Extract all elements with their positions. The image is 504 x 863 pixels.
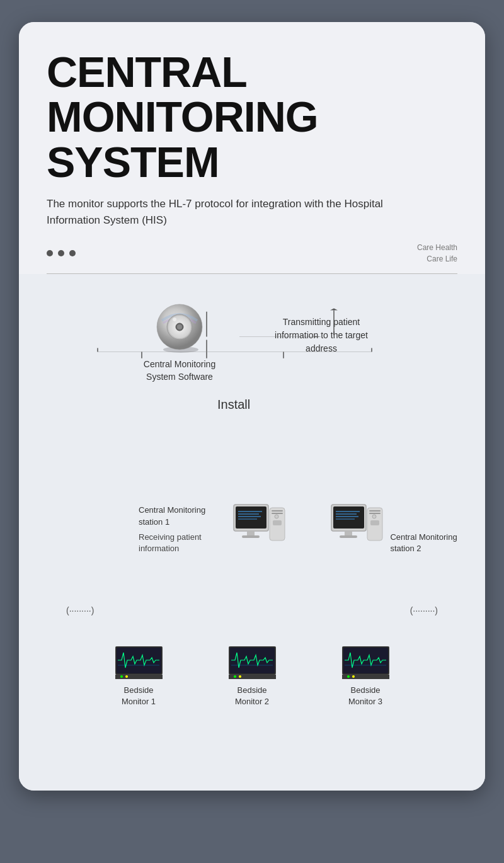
header-section: CENTRAL MONITORING SYSTEM The monitor su… — [19, 22, 485, 273]
svg-rect-38 — [345, 531, 352, 536]
computer-icon-1 — [231, 501, 287, 552]
main-title: CENTRAL MONITORING SYSTEM — [47, 50, 457, 185]
monitor3-label: BedsideMonitor 3 — [348, 685, 382, 707]
install-label: Install — [217, 397, 250, 412]
bedside-monitor-icon-3 — [342, 646, 389, 681]
computer-icon-2 — [328, 501, 385, 552]
svg-rect-41 — [369, 510, 381, 512]
bedside-monitor-icon-1 — [115, 646, 163, 681]
transmit-block: Transmitting patient information to the … — [268, 303, 375, 355]
svg-point-61 — [347, 675, 350, 678]
computer-station2 — [328, 501, 385, 554]
svg-point-62 — [352, 675, 355, 678]
dot-2 — [58, 250, 64, 256]
dotted-right: (·········) — [410, 605, 438, 615]
top-row: Central Monitoring System Software Trans… — [32, 297, 472, 383]
monitor2-label: BedsideMonitor 2 — [235, 685, 269, 707]
dot-3 — [69, 250, 76, 256]
branding-line2: Care Life — [417, 253, 457, 265]
branding: Care Health Care Life — [417, 242, 457, 265]
svg-rect-42 — [369, 513, 381, 514]
station2-label: Central Monitoring station 2 — [390, 532, 472, 554]
dotted-left: (·········) — [66, 605, 94, 615]
main-card: CENTRAL MONITORING SYSTEM The monitor su… — [19, 22, 485, 791]
bedside-monitor-icon-2 — [229, 646, 276, 681]
transmit-label: Transmitting patient information to the … — [268, 316, 375, 355]
cd-icon — [154, 303, 205, 353]
svg-point-5 — [177, 324, 182, 329]
station1-info: Central Monitoring station 1 Receiving p… — [139, 505, 226, 554]
svg-rect-29 — [272, 513, 283, 514]
svg-point-43 — [372, 515, 376, 518]
svg-rect-28 — [272, 510, 283, 512]
bedside-monitor-1: BedsideMonitor 1 — [104, 646, 173, 707]
svg-rect-44 — [370, 520, 379, 525]
diagram-container: Central Monitoring System Software Trans… — [32, 297, 472, 383]
diagram-section: Central Monitoring System Software Trans… — [19, 274, 485, 791]
dots-group — [47, 250, 76, 256]
title-line2: MONITORING SYSTEM — [47, 93, 318, 185]
station1-sublabel: Receiving patient information — [139, 532, 226, 554]
cd-label: Central Monitoring System Software — [129, 358, 230, 383]
svg-point-55 — [234, 675, 236, 678]
dotted-labels-row: (·········) (·········) — [32, 605, 472, 615]
station-row: Central Monitoring station 1 Receiving p… — [139, 501, 472, 554]
svg-rect-20 — [236, 506, 266, 529]
svg-rect-33 — [333, 506, 364, 529]
bedside-monitor-2: BedsideMonitor 2 — [217, 646, 287, 707]
cd-block: Central Monitoring System Software — [129, 303, 230, 383]
branding-line1: Care Health — [417, 242, 457, 253]
svg-point-56 — [239, 675, 241, 678]
monitor1-label: BedsideMonitor 1 — [122, 685, 156, 707]
bedside-monitor-3: BedsideMonitor 3 — [331, 646, 400, 707]
dots-row: Care Health Care Life — [47, 242, 457, 273]
svg-point-30 — [275, 515, 278, 518]
title-line1: CENTRAL — [47, 48, 247, 96]
svg-rect-26 — [242, 535, 260, 538]
svg-rect-39 — [340, 535, 357, 538]
svg-point-6 — [173, 317, 176, 321]
monitors-row: BedsideMonitor 1 BedsideMonitor 2 — [32, 646, 472, 707]
dot-1 — [47, 250, 53, 256]
svg-rect-25 — [247, 531, 255, 536]
svg-point-50 — [125, 675, 128, 678]
subtitle-text: The monitor supports the HL-7 protocol f… — [47, 196, 399, 228]
svg-point-49 — [120, 675, 123, 678]
computer-station1 — [231, 501, 287, 554]
svg-rect-31 — [273, 520, 282, 525]
station1-label: Central Monitoring station 1 — [139, 505, 226, 527]
